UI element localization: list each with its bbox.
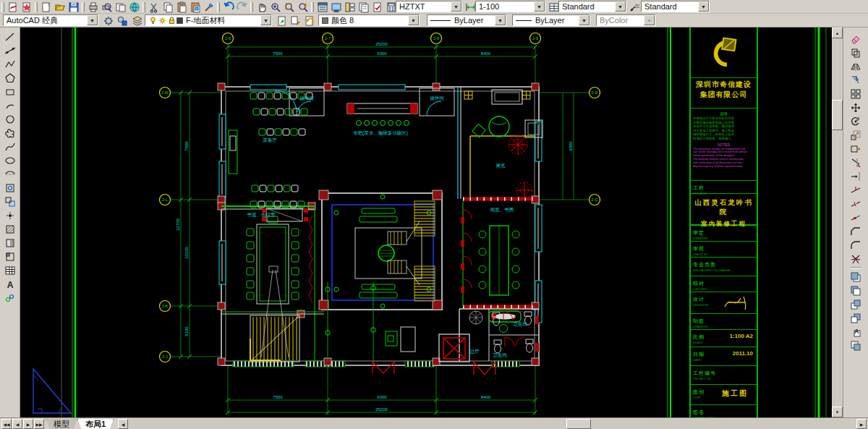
toolbar-grip[interactable]: [82, 2, 85, 12]
pan-button[interactable]: [255, 1, 268, 13]
color-combo[interactable]: 颜色 8 ▼: [318, 14, 420, 26]
offset-button[interactable]: [848, 73, 863, 87]
polygon-button[interactable]: [3, 71, 17, 85]
bring-to-front-button[interactable]: [848, 270, 863, 284]
paste-block-button[interactable]: [188, 1, 202, 13]
workspace-settings-button[interactable]: [101, 14, 115, 27]
lineweight-combo[interactable]: ByLayer ▼: [512, 14, 590, 26]
chevron-down-icon[interactable]: ▼: [579, 15, 590, 25]
text-style-combo[interactable]: HZTXT ▼: [396, 1, 462, 12]
revision-cloud-button[interactable]: [3, 126, 17, 140]
erase-button[interactable]: [848, 32, 863, 46]
workspace-combo[interactable]: AutoCAD 经典 ▼: [3, 14, 98, 26]
prev-tab-button[interactable]: ◀: [12, 419, 22, 429]
move-button[interactable]: [848, 101, 863, 114]
linetype-combo[interactable]: ByLayer ▼: [427, 14, 506, 26]
toolbar-grip[interactable]: [1, 2, 4, 12]
hatch-button[interactable]: [3, 222, 17, 236]
hatch-to-back-button[interactable]: [848, 339, 863, 352]
paste-button[interactable]: [174, 1, 188, 13]
horizontal-scrollbar[interactable]: ◀ ▶: [118, 419, 867, 429]
mirror-button[interactable]: [848, 59, 863, 73]
gradient-button[interactable]: [3, 236, 17, 250]
line-button[interactable]: [3, 30, 17, 43]
rectangle-button[interactable]: [3, 85, 17, 98]
scroll-left-icon[interactable]: ◀: [118, 419, 128, 429]
table-button[interactable]: [3, 263, 17, 277]
drawing-canvas[interactable]: 2-62-72-82-92-M2-L2-K2-J2-D2-C7500750093…: [20, 27, 832, 417]
copy-button[interactable]: [848, 46, 863, 59]
table-style-combo[interactable]: Standard ▼: [558, 1, 626, 12]
scale-button[interactable]: [848, 128, 863, 142]
region-button[interactable]: [3, 250, 17, 263]
make-block-button[interactable]: [3, 195, 17, 208]
break-button[interactable]: [848, 197, 863, 211]
trim-button[interactable]: [848, 156, 863, 169]
save-button[interactable]: [67, 1, 80, 13]
mleader-style-button[interactable]: [628, 1, 642, 13]
construction-line-button[interactable]: [3, 43, 17, 57]
redo-button[interactable]: [235, 1, 249, 13]
horizontal-scroll-thumb[interactable]: [566, 419, 591, 429]
zoom-window-button[interactable]: [282, 1, 296, 13]
new-button[interactable]: [39, 1, 53, 13]
break-at-point-button[interactable]: [848, 183, 863, 197]
send-below-button[interactable]: [848, 311, 863, 325]
array-button[interactable]: [848, 87, 863, 101]
spline-button[interactable]: [3, 140, 17, 153]
add-scale-button[interactable]: [3, 291, 17, 305]
match-layer-button[interactable]: [289, 14, 302, 27]
join-button[interactable]: [848, 211, 863, 224]
explode-button[interactable]: [848, 252, 863, 266]
tab-model[interactable]: 模型: [46, 419, 77, 429]
toolbar-grip[interactable]: [142, 2, 145, 12]
save-workspace-button[interactable]: [115, 14, 129, 27]
chevron-down-icon[interactable]: ▼: [260, 15, 271, 25]
toolbar-grip[interactable]: [35, 2, 38, 12]
toolbar-grip[interactable]: [311, 2, 314, 12]
polyline-button[interactable]: [3, 57, 17, 71]
first-tab-button[interactable]: ◀◀: [1, 419, 12, 429]
ellipse-button[interactable]: [3, 153, 17, 167]
scroll-down-icon[interactable]: ▼: [832, 407, 843, 417]
scroll-up-icon[interactable]: ▲: [832, 27, 843, 38]
match-properties-button[interactable]: [202, 1, 216, 13]
layer-combo[interactable]: F-地面材料 ▼: [145, 14, 272, 26]
undo-button[interactable]: [221, 1, 235, 13]
ellipse-arc-button[interactable]: [3, 167, 17, 181]
arc-button[interactable]: [3, 98, 17, 112]
properties-button[interactable]: [315, 1, 329, 13]
last-tab-button[interactable]: ▶▶: [34, 419, 44, 429]
tab-layout1[interactable]: 布局1: [77, 419, 114, 429]
chevron-down-icon[interactable]: ▼: [698, 1, 709, 12]
sheet-set-button[interactable]: [357, 1, 370, 13]
mleader-style-combo[interactable]: Standard ▼: [641, 1, 710, 12]
chevron-down-icon[interactable]: ▼: [408, 15, 419, 25]
pdf-markup-button[interactable]: [20, 1, 33, 13]
zoom-previous-button[interactable]: [296, 1, 310, 13]
scroll-right-icon[interactable]: ▶: [856, 419, 867, 429]
vertical-scroll-thumb[interactable]: [832, 100, 843, 130]
layer-previous-button[interactable]: [302, 14, 316, 27]
toolbar-grip[interactable]: [250, 2, 253, 12]
multiline-text-button[interactable]: A: [3, 277, 17, 291]
pdf-export-button[interactable]: [6, 1, 20, 13]
chevron-down-icon[interactable]: ▼: [87, 15, 98, 25]
open-button[interactable]: [53, 1, 67, 13]
publish-button[interactable]: [114, 1, 127, 13]
dim-style-combo[interactable]: 1-100 ▼: [475, 1, 545, 12]
cut-button[interactable]: [147, 1, 161, 13]
chevron-down-icon[interactable]: ▼: [495, 15, 506, 25]
circle-button[interactable]: [3, 112, 17, 126]
chevron-down-icon[interactable]: ▼: [451, 1, 461, 12]
fillet-button[interactable]: [848, 238, 863, 252]
chevron-down-icon[interactable]: ▼: [534, 1, 545, 12]
next-tab-button[interactable]: ▶: [23, 419, 33, 429]
designcenter-button[interactable]: [329, 1, 343, 13]
send-to-back-button[interactable]: [848, 284, 863, 297]
copy-clip-button[interactable]: [161, 1, 174, 13]
extend-button[interactable]: [848, 169, 863, 183]
chamfer-button[interactable]: [848, 224, 863, 238]
point-button[interactable]: [3, 208, 17, 222]
make-current-button[interactable]: [275, 14, 289, 27]
